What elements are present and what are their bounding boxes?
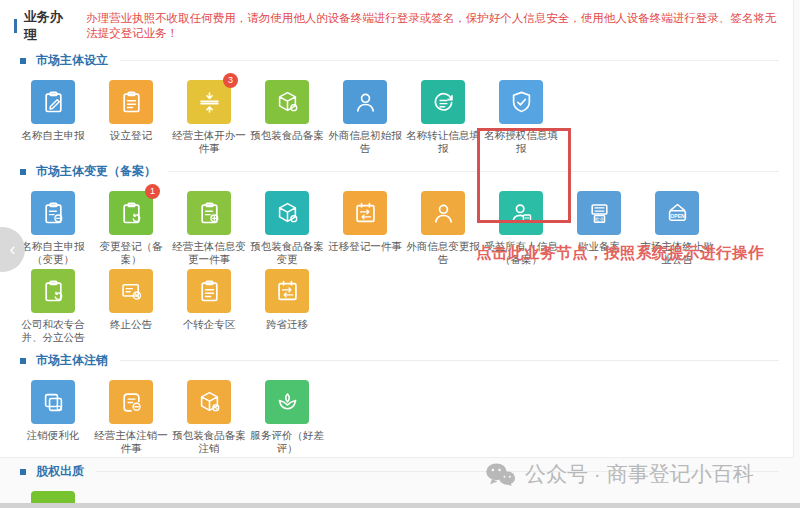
service-tile[interactable] xyxy=(343,80,387,124)
service-tile[interactable] xyxy=(109,269,153,313)
section-bullet xyxy=(20,58,26,64)
service-label: 预包装食品备案注销 xyxy=(170,429,248,455)
service-tile[interactable] xyxy=(343,191,387,235)
page-title: 业务办理 xyxy=(24,8,71,44)
service-label: 外商信息初始报告 xyxy=(326,129,404,155)
service-item-cross-province-migrate[interactable]: 跨省迁移 xyxy=(248,269,326,331)
business-panel: 业务办理 办理营业执照不收取任何费用，请勿使用他人的设备终端进行登录或签名，保护… xyxy=(0,0,794,458)
calendar-list-icon xyxy=(274,278,301,305)
service-tile[interactable] xyxy=(421,191,465,235)
clipboard-refresh-icon xyxy=(118,200,145,227)
service-tile[interactable] xyxy=(265,191,309,235)
service-label: 设立登记 xyxy=(110,129,152,142)
closed-sign-icon xyxy=(586,200,613,227)
open-sign-icon xyxy=(664,200,691,227)
section-bullet xyxy=(20,469,26,475)
clipboard-icon xyxy=(118,89,145,116)
service-item-service-rating[interactable]: 服务评价（好差评） xyxy=(248,380,326,455)
service-label: 名称自主申报 xyxy=(22,129,85,142)
service-tile[interactable] xyxy=(31,80,75,124)
section-title: 股权出质 xyxy=(36,463,84,480)
service-item-individual-to-enterprise[interactable]: 个转企专区 xyxy=(170,269,248,331)
service-label: 跨省迁移 xyxy=(266,318,308,331)
service-tile[interactable] xyxy=(109,380,153,424)
package-icon xyxy=(274,200,301,227)
service-tile[interactable] xyxy=(31,191,75,235)
service-tile[interactable] xyxy=(265,269,309,313)
warning-text: 办理营业执照不收取任何费用，请勿使用他人的设备终端进行登录或签名，保护好个人信息… xyxy=(86,11,787,41)
service-item-name-authorize[interactable]: 名称授权信息填报 xyxy=(482,80,560,155)
section-header-establish: 市场主体设立 xyxy=(14,52,787,69)
watermark: 公众号 · 商事登记小百科 xyxy=(484,460,754,488)
section-grid-deregister: 注销便利化 经营主体注销一件事 预包装食品备案注销 服务评价（好差评） xyxy=(14,380,787,458)
service-item-name-transfer[interactable]: 名称转让信息填报 xyxy=(404,80,482,155)
clipboard-edit-icon xyxy=(40,89,67,116)
service-tile[interactable] xyxy=(187,269,231,313)
service-item-name-declare[interactable]: 名称自主申报 xyxy=(14,80,92,142)
service-tile[interactable] xyxy=(187,380,231,424)
notification-badge: 3 xyxy=(223,73,238,88)
service-item-merge-split-notice[interactable]: 公司和农专合并、分立公告 xyxy=(14,269,92,344)
service-item-info-change-onething[interactable]: 经营主体信息变更一件事 xyxy=(170,191,248,266)
service-item-prepack-food[interactable]: 预包装食品备案 xyxy=(248,80,326,142)
bottom-strip xyxy=(0,503,800,508)
service-label: 公司和农专合并、分立公告 xyxy=(14,318,92,344)
clipboard-icon xyxy=(196,278,223,305)
section-grid-change: 名称自主申报（变更） 1变更登记（备案） 经营主体信息变更一件事 预包装食品备案… xyxy=(14,191,787,347)
watermark-text: 公众号 · 商事登记小百科 xyxy=(525,460,754,488)
section-bullet xyxy=(20,169,26,175)
section-rule xyxy=(168,171,779,172)
shield-check-icon xyxy=(508,89,535,116)
section-header-change: 市场主体变更（备案） xyxy=(14,163,787,180)
service-tile[interactable] xyxy=(109,80,153,124)
service-item-dereg-onething[interactable]: 经营主体注销一件事 xyxy=(92,380,170,455)
service-tile[interactable] xyxy=(577,191,621,235)
service-tile[interactable] xyxy=(421,80,465,124)
section-title: 市场主体变更（备案） xyxy=(36,163,156,180)
service-label: 名称授权信息填报 xyxy=(482,129,560,155)
section-header-deregister: 市场主体注销 xyxy=(14,352,787,369)
clipboard-minus-icon xyxy=(40,200,67,227)
service-tile[interactable]: 1 xyxy=(109,191,153,235)
service-label: 注销便利化 xyxy=(27,429,80,442)
section-bullet xyxy=(20,358,26,364)
service-tile[interactable] xyxy=(265,80,309,124)
transfer-list-icon xyxy=(430,89,457,116)
service-item-open-onething[interactable]: 3经营主体开办一件事 xyxy=(170,80,248,155)
service-tile[interactable] xyxy=(265,380,309,424)
service-label: 预包装食品备案 xyxy=(250,129,324,142)
service-item-terminate-notice[interactable]: 终止公告 xyxy=(92,269,170,331)
service-label: 经营主体开办一件事 xyxy=(170,129,248,155)
service-item-setup-register[interactable]: 设立登记 xyxy=(92,80,170,142)
section-rule xyxy=(120,60,779,61)
service-item-migrate-register[interactable]: 迁移登记一件事 xyxy=(326,191,404,253)
service-tile[interactable] xyxy=(187,191,231,235)
service-item-foreign-initial-report[interactable]: 外商信息初始报告 xyxy=(326,80,404,155)
package-slash-icon xyxy=(196,389,223,416)
person-icon xyxy=(352,89,379,116)
section-title: 市场主体注销 xyxy=(36,352,108,369)
package-icon xyxy=(274,89,301,116)
service-label: 变更登记（备案） xyxy=(92,240,170,266)
clipboard-refresh-icon xyxy=(40,278,67,305)
person-id-icon xyxy=(508,200,535,227)
service-item-prepack-food-dereg[interactable]: 预包装食品备案注销 xyxy=(170,380,248,455)
service-tile[interactable] xyxy=(499,80,543,124)
service-label: 终止公告 xyxy=(110,318,152,331)
service-item-dereg-convenience[interactable]: 注销便利化 xyxy=(14,380,92,442)
section-title: 市场主体设立 xyxy=(36,52,108,69)
service-tile[interactable] xyxy=(31,380,75,424)
service-tile[interactable] xyxy=(655,191,699,235)
service-tile[interactable]: 3 xyxy=(187,80,231,124)
service-label: 经营主体注销一件事 xyxy=(92,429,170,455)
service-item-prepack-food-change[interactable]: 预包装食品备案变更 xyxy=(248,191,326,266)
service-item-name-declare-change[interactable]: 名称自主申报（变更） xyxy=(14,191,92,266)
service-tile[interactable] xyxy=(31,269,75,313)
service-item-foreign-change-report[interactable]: 外商信息变更报告 xyxy=(404,191,482,266)
annotation-text: 点击此业务节点，按照系统提示进行操作 xyxy=(476,243,786,264)
service-item-change-register[interactable]: 1变更登记（备案） xyxy=(92,191,170,266)
service-tile[interactable] xyxy=(499,191,543,235)
notification-badge: 1 xyxy=(145,184,160,199)
cards-stack-icon xyxy=(40,389,67,416)
section-grid-establish: 名称自主申报 设立登记 3经营主体开办一件事 预包装食品备案 外商信息初始报告 … xyxy=(14,80,787,158)
